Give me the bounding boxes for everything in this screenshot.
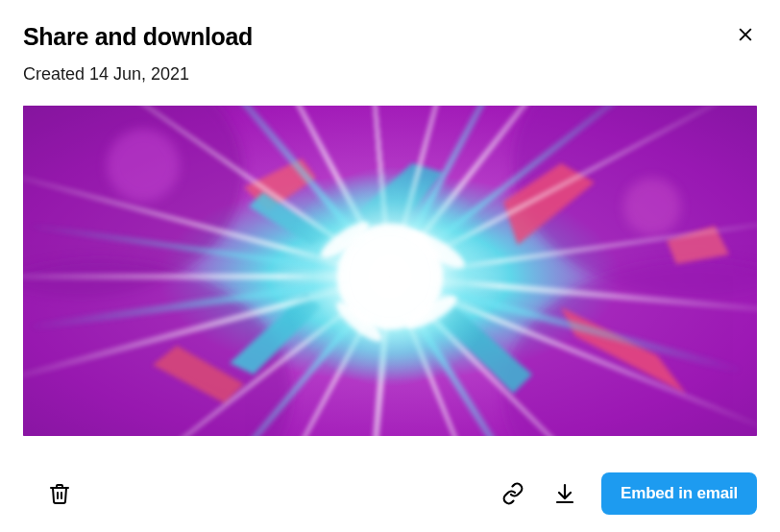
svg-point-47 (107, 129, 180, 202)
download-button[interactable] (549, 478, 580, 509)
svg-point-48 (623, 178, 681, 235)
toolbar-right-group: Embed in email (498, 472, 757, 515)
action-toolbar: Embed in email (0, 457, 780, 532)
share-download-modal: Share and download Created 14 Jun, 2021 (0, 0, 780, 532)
created-date: Created 14 Jun, 2021 (23, 64, 757, 85)
close-icon (736, 25, 755, 44)
embed-email-button[interactable]: Embed in email (601, 472, 757, 515)
download-icon (553, 482, 576, 505)
trash-icon (48, 482, 71, 505)
delete-button[interactable] (44, 478, 75, 509)
media-preview (23, 106, 757, 436)
modal-title: Share and download (23, 23, 253, 51)
copy-link-button[interactable] (498, 478, 528, 509)
modal-header: Share and download (23, 23, 757, 51)
preview-image (23, 106, 757, 436)
link-icon (501, 482, 524, 505)
close-button[interactable] (734, 23, 757, 46)
